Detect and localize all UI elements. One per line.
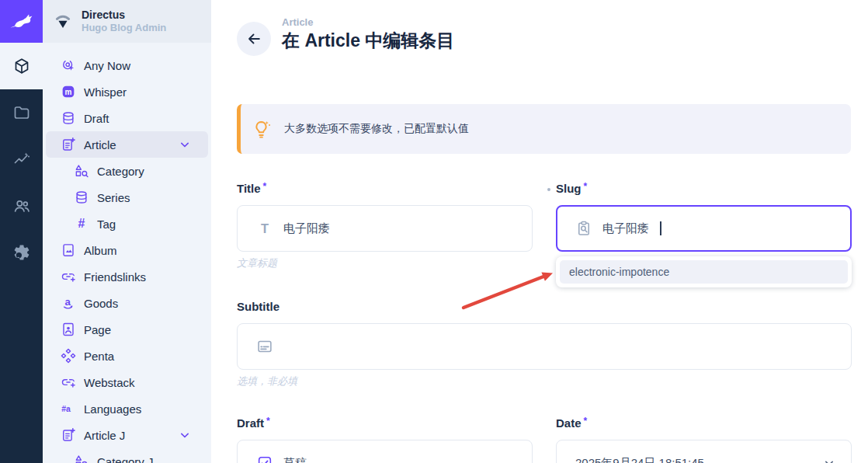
link-plus-icon	[61, 374, 76, 390]
sidebar-item-tag[interactable]: #Tag	[46, 211, 208, 237]
draft-toggle[interactable]: 草稿	[237, 440, 533, 463]
sidebar-item-label: Friendslinks	[84, 270, 193, 284]
sidebar-item-category-j[interactable]: Category J	[46, 448, 208, 463]
database-icon	[61, 110, 76, 126]
chevron-down-icon[interactable]	[177, 427, 193, 443]
module-insights[interactable]	[0, 136, 43, 183]
link-plus-icon	[61, 269, 76, 284]
title-label: Title *	[237, 182, 533, 199]
sidebar-item-page[interactable]: Page	[46, 316, 208, 343]
directus-logo[interactable]	[0, 0, 43, 43]
module-list	[0, 43, 43, 276]
subtitles-icon	[256, 338, 273, 355]
sidebar-item-label: Page	[84, 323, 193, 336]
insights-icon	[12, 150, 31, 169]
sidebar-item-label: Whisper	[84, 85, 193, 99]
sidebar-item-article[interactable]: Article	[46, 131, 208, 158]
checkbox-checked-icon	[256, 454, 273, 463]
page-icon	[61, 322, 76, 337]
project-name: Directus	[82, 8, 166, 22]
breadcrumb: Article	[282, 16, 313, 28]
mastodon-icon: m	[61, 84, 76, 99]
module-users[interactable]	[0, 183, 43, 229]
sidebar-item-any-now[interactable]: Any Now	[46, 52, 208, 78]
sidebar-item-series[interactable]: Series	[46, 184, 208, 211]
back-arrow-icon	[245, 30, 262, 47]
svg-text:#a: #a	[61, 405, 71, 413]
sidebar-item-penta[interactable]: Penta	[46, 343, 208, 369]
required-asterisk: *	[584, 181, 588, 192]
module-files[interactable]	[0, 89, 43, 136]
sidebar-item-whisper[interactable]: mWhisper	[46, 78, 208, 105]
title-input[interactable]: T 电子阳痿	[237, 205, 533, 252]
slug-suggestion-dropdown: electronic-impotence	[556, 256, 852, 287]
project-header[interactable]: Directus Hugo Blog Admin	[43, 0, 211, 43]
sidebar-item-label: Article J	[84, 429, 169, 442]
chevron-down-icon[interactable]	[177, 137, 193, 152]
date-value: 2025年9月24日 18:51:45	[575, 456, 704, 463]
title-value: 电子阳痿	[283, 221, 330, 236]
rabbit-icon	[8, 8, 36, 36]
chevron-down-icon	[821, 455, 837, 463]
sidebar-item-draft[interactable]: Draft	[46, 105, 208, 131]
module-content[interactable]	[0, 43, 43, 89]
paste-search-icon	[575, 220, 592, 237]
goods-icon: a	[61, 295, 76, 311]
sidebar-item-label: Languages	[84, 402, 193, 416]
slug-input[interactable]: 电子阳痿	[556, 205, 852, 252]
article-icon	[61, 427, 76, 443]
sidebar-nav: Any NowmWhisperDraftArticleCategorySerie…	[43, 43, 211, 463]
hash-icon: #	[74, 216, 89, 232]
sidebar-item-label: Draft	[84, 112, 193, 125]
sidebar-item-label: Goods	[84, 297, 193, 310]
category-icon	[74, 163, 89, 179]
sidebar-item-label: Tag	[97, 218, 193, 231]
project-subtitle: Hugo Blog Admin	[82, 22, 166, 35]
sidebar-item-languages[interactable]: #aLanguages	[46, 395, 208, 422]
page-title: 在 Article 中编辑条目	[282, 29, 454, 53]
main-content: Article 在 Article 中编辑条目 大多数选项不需要修改，已配置默认…	[211, 0, 868, 463]
sidebar-item-label: Any Now	[84, 59, 193, 72]
title-t-icon: T	[256, 220, 273, 237]
required-asterisk: *	[584, 416, 588, 426]
sidebar-item-label: Penta	[84, 350, 193, 363]
required-asterisk: *	[266, 416, 270, 426]
click-icon	[61, 57, 76, 73]
sidebar: Directus Hugo Blog Admin Any NowmWhisper…	[43, 0, 211, 463]
date-input[interactable]: 2025年9月24日 18:51:45	[556, 440, 852, 463]
penta-icon	[61, 348, 76, 364]
sidebar-item-label: Category	[97, 165, 193, 178]
subtitle-input[interactable]	[237, 323, 852, 370]
sidebar-item-webstack[interactable]: Webstack	[46, 369, 208, 395]
album-icon	[61, 242, 76, 258]
category-icon	[74, 454, 89, 463]
sidebar-item-friendslinks[interactable]: Friendslinks	[46, 263, 208, 290]
title-note: 文章标题	[237, 256, 533, 270]
sidebar-item-goods[interactable]: aGoods	[46, 290, 208, 316]
sidebar-item-album[interactable]: Album	[46, 237, 208, 263]
module-settings[interactable]	[0, 229, 43, 276]
draft-value: 草稿	[283, 456, 307, 463]
draft-label: Draft *	[237, 416, 533, 433]
sidebar-item-label: Category J	[97, 455, 193, 463]
notice-text: 大多数选项不需要修改，已配置默认值	[284, 122, 469, 136]
gear-icon	[12, 243, 31, 262]
sidebar-item-category[interactable]: Category	[46, 158, 208, 184]
svg-text:T: T	[261, 221, 269, 235]
field-date: Date * 2025年9月24日 18:51:45	[556, 416, 852, 463]
sidebar-item-label: Series	[97, 191, 193, 204]
lightbulb-icon	[251, 119, 272, 140]
subtitle-label: Subtitle	[237, 300, 852, 317]
subtitle-note: 选填，非必填	[237, 374, 852, 388]
slug-suggestion-item[interactable]: electronic-impotence	[560, 260, 848, 284]
project-logo-icon	[52, 11, 74, 33]
article-icon	[61, 137, 76, 152]
sidebar-item-label: Webstack	[84, 376, 193, 389]
languages-icon: #a	[61, 401, 76, 416]
sidebar-item-article-j[interactable]: Article J	[46, 422, 208, 448]
back-button[interactable]	[237, 22, 271, 56]
field-title: Title * T 电子阳痿 文章标题	[237, 182, 533, 270]
sidebar-item-label: Article	[84, 138, 169, 151]
slug-label: Slug *	[556, 182, 852, 199]
folder-icon	[12, 103, 31, 122]
